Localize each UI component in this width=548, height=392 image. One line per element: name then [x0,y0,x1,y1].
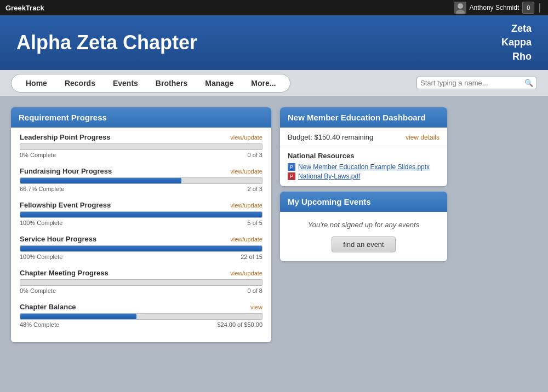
progress-percent-service: 100% Complete [20,253,62,260]
topbar-user-area: Anthony Schmidt 0 │ [454,2,543,14]
progress-row-meeting: Chapter Meeting Progress view/update 0% … [20,269,262,294]
nav-item-brothers[interactable]: Brothers [147,77,196,90]
resource-link-bylaws[interactable]: P National By-Laws.pdf [288,172,439,180]
progress-count-leadership: 0 of 3 [247,152,262,158]
events-panel: My Upcoming Events You're not signed up … [280,192,447,261]
nme-header: New Member Education Dashboard [280,107,447,128]
progress-label-service: Service Hour Progress [20,235,96,243]
progress-label-fellowship: Fellowship Event Progress [20,201,111,209]
req-progress-body: Leadership Point Progress view/update 0%… [11,128,271,342]
progress-link-meeting[interactable]: view/update [230,270,262,276]
pdf-icon: P [288,172,295,180]
events-header: My Upcoming Events [280,192,447,212]
progress-link-fellowship[interactable]: view/update [230,202,262,209]
resource-link-slides[interactable]: P New Member Education Example Slides.pp… [288,163,439,171]
progress-bar-bg-balance [20,313,262,320]
nme-view-details-link[interactable]: view details [406,134,439,141]
progress-label-balance: Chapter Balance [20,303,76,311]
progress-percent-fundraising: 66.7% Complete [20,186,64,192]
progress-sub-leadership: 0% Complete 0 of 3 [20,152,262,158]
nav-item-manage[interactable]: Manage [196,77,242,90]
requirement-progress-panel: Requirement Progress Leadership Point Pr… [11,107,271,342]
progress-row-service: Service Hour Progress view/update 100% C… [20,235,262,260]
progress-count-meeting: 0 of 8 [247,287,262,294]
progress-link-fundraising[interactable]: view/update [230,168,262,175]
search-icon: 🔍 [524,79,533,87]
progress-bar-bg-fellowship [20,211,262,218]
progress-link-leadership[interactable]: view/update [230,134,262,141]
app-brand: GreekTrack [5,4,44,12]
progress-sub-fundraising: 66.7% Complete 2 of 3 [20,186,262,192]
nav-item-more[interactable]: More... [242,77,284,90]
progress-bar-fill-fellowship [20,212,262,217]
nme-resources-title: National Resources [288,152,439,160]
progress-link-service[interactable]: view/update [230,236,262,243]
nav-item-events[interactable]: Events [104,77,147,90]
events-body: You're not signed up for any events find… [280,212,447,261]
topbar: GreekTrack Anthony Schmidt 0 │ [0,0,548,15]
progress-link-balance[interactable]: view [250,304,262,310]
progress-label-meeting: Chapter Meeting Progress [20,269,109,277]
progress-count-service: 22 of 15 [241,253,262,260]
navbar: Home Records Events Brothers Manage More… [0,70,548,96]
progress-bar-bg-leadership [20,143,262,150]
progress-percent-meeting: 0% Complete [20,287,56,294]
progress-label-fundraising: Fundraising Hour Progress [20,167,112,175]
find-event-button[interactable]: find an event [332,237,395,252]
progress-row-leadership: Leadership Point Progress view/update 0%… [20,133,262,158]
svg-point-1 [458,3,463,9]
progress-row-fellowship: Fellowship Event Progress view/update 10… [20,201,262,226]
topbar-dropdown-arrow[interactable]: │ [538,3,543,12]
progress-bar-bg-meeting [20,279,262,286]
search-container: 🔍 [416,77,537,89]
progress-sub-meeting: 0% Complete 0 of 8 [20,287,262,294]
progress-percent-fellowship: 100% Complete [20,220,62,226]
progress-bar-fill-balance [20,314,136,319]
pptx-icon: P [288,163,295,171]
nme-budget-row: Budget: $150.40 remaining view details [280,128,447,147]
org-name: ZetaKappaRho [501,22,532,64]
progress-bar-fill-fundraising [20,178,181,183]
nav-item-home[interactable]: Home [17,77,56,90]
nav-item-records[interactable]: Records [56,77,104,90]
no-events-text: You're not signed up for any events [288,221,439,229]
resource-label-bylaws: National By-Laws.pdf [298,172,360,180]
progress-percent-balance: 48% Complete [20,321,59,328]
chapter-title: Alpha Zeta Chapter [16,31,197,54]
progress-row-balance: Chapter Balance view 48% Complete $24.00… [20,303,262,328]
nme-resources-section: National Resources P New Member Educatio… [280,147,447,186]
progress-row-fundraising: Fundraising Hour Progress view/update 66… [20,167,262,192]
progress-count-fundraising: 2 of 3 [247,186,262,192]
progress-count-fellowship: 5 of 5 [247,220,262,226]
user-name: Anthony Schmidt [470,4,520,11]
progress-bar-fill-service [20,246,262,251]
progress-percent-leadership: 0% Complete [20,152,56,158]
page-header: Alpha Zeta Chapter ZetaKappaRho [0,15,548,70]
search-input[interactable] [420,79,522,87]
progress-count-balance: $24.00 of $50.00 [217,321,262,328]
nme-budget-text: Budget: $150.40 remaining [288,133,373,141]
progress-bar-bg-fundraising [20,177,262,184]
progress-sub-balance: 48% Complete $24.00 of $50.00 [20,321,262,328]
resource-label-slides: New Member Education Example Slides.pptx [298,163,430,171]
progress-sub-service: 100% Complete 22 of 15 [20,253,262,260]
req-progress-header: Requirement Progress [11,107,271,128]
nme-panel: New Member Education Dashboard Budget: $… [280,107,447,186]
progress-bar-bg-service [20,245,262,252]
right-panel: New Member Education Dashboard Budget: $… [280,107,447,261]
nav-menu: Home Records Events Brothers Manage More… [11,74,290,93]
user-avatar[interactable] [454,2,466,14]
progress-label-leadership: Leadership Point Progress [20,133,110,141]
notification-badge[interactable]: 0 [522,2,534,14]
progress-sub-fellowship: 100% Complete 5 of 5 [20,220,262,226]
main-content: Requirement Progress Leadership Point Pr… [0,96,548,353]
